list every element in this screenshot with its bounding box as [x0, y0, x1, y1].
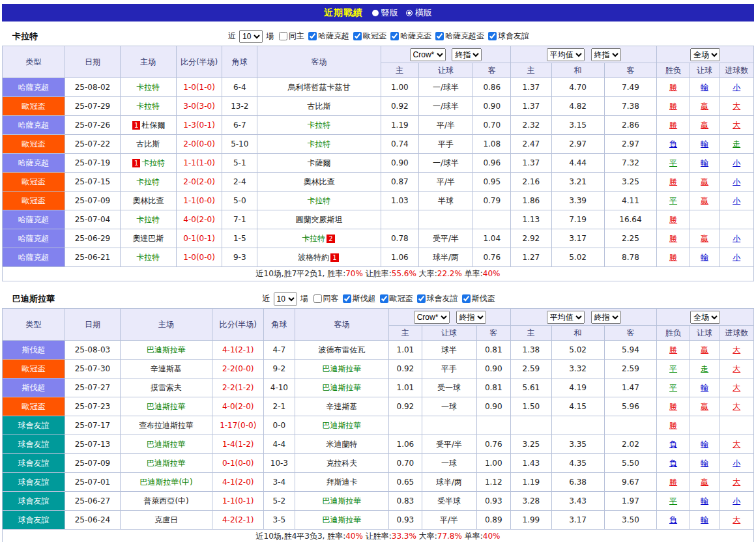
league-filter[interactable]: 哈薩克盃: [390, 31, 431, 42]
result-link[interactable]: 大: [733, 402, 740, 411]
result-link[interactable]: 走: [701, 364, 708, 373]
result-link[interactable]: 小: [733, 234, 740, 243]
result-link[interactable]: 勝: [669, 102, 677, 111]
league-filter[interactable]: 斯伐超: [343, 293, 376, 304]
venue-filter[interactable]: 同主: [279, 31, 304, 42]
result-link[interactable]: 輸: [701, 496, 708, 506]
result-link[interactable]: 平: [669, 364, 677, 373]
league-filter-checkbox[interactable]: [343, 294, 351, 303]
result-link[interactable]: 輸: [701, 139, 708, 149]
result-link[interactable]: 輸: [701, 440, 708, 449]
result-link[interactable]: 大: [733, 345, 740, 354]
league-filter-checkbox[interactable]: [462, 294, 471, 303]
scope-select[interactable]: 全场: [690, 311, 720, 324]
result-link[interactable]: 勝: [669, 478, 677, 487]
result-link[interactable]: 輸: [701, 253, 708, 262]
league-filter[interactable]: 歐冠盃: [380, 293, 413, 304]
result-link[interactable]: 輸: [701, 383, 708, 392]
league-filter[interactable]: 歐冠盃: [353, 31, 386, 42]
layout-radio-horizontal[interactable]: 橫版: [406, 7, 432, 19]
odds-final-select[interactable]: 終指: [452, 48, 482, 61]
result-link[interactable]: 贏: [701, 345, 708, 354]
result-link[interactable]: 贏: [701, 121, 708, 130]
result-link[interactable]: 贏: [701, 402, 708, 411]
result-link[interactable]: 輸: [701, 158, 708, 167]
result-link[interactable]: 贏: [701, 234, 708, 243]
result-link[interactable]: 負: [669, 440, 677, 449]
odds-cell: 0.92: [389, 360, 422, 378]
result-link[interactable]: 勝: [669, 421, 677, 430]
league-filter-checkbox[interactable]: [390, 32, 399, 40]
result-link[interactable]: 小: [733, 196, 740, 205]
venue-filter-checkbox[interactable]: [279, 32, 287, 40]
avg-final-select[interactable]: 終指: [591, 48, 621, 61]
result-link[interactable]: 勝: [669, 177, 677, 186]
venue-filter[interactable]: 同客: [313, 293, 339, 304]
result-link[interactable]: 負: [669, 459, 677, 468]
result-link[interactable]: 大: [733, 440, 740, 449]
avg-final-select[interactable]: 終指: [591, 311, 621, 324]
result-link[interactable]: 小: [733, 177, 740, 186]
result-link[interactable]: 走: [733, 139, 740, 149]
league-filter[interactable]: 球會友誼: [488, 31, 529, 42]
result-link[interactable]: 小: [733, 459, 740, 468]
league-filter[interactable]: 斯伐盃: [462, 293, 495, 304]
result-link[interactable]: 勝: [669, 83, 677, 92]
result-link[interactable]: 勝: [669, 402, 677, 411]
result-link[interactable]: 小: [733, 253, 740, 262]
result-link[interactable]: 勝: [669, 215, 677, 224]
result-link[interactable]: 贏: [701, 196, 708, 205]
league-filter-checkbox[interactable]: [417, 294, 426, 303]
league-filter-checkbox[interactable]: [308, 32, 317, 40]
rounds-select[interactable]: 10: [274, 292, 297, 306]
odds-company-select[interactable]: Crow*: [414, 311, 450, 324]
result-link[interactable]: 小: [733, 83, 740, 92]
avg-select[interactable]: 平均值: [547, 48, 585, 61]
result-link[interactable]: 大: [733, 364, 740, 373]
odds-final-select[interactable]: 終指: [456, 311, 486, 324]
result-link[interactable]: 贏: [701, 177, 708, 186]
league-filter-checkbox[interactable]: [353, 32, 362, 40]
result-link[interactable]: 大: [733, 102, 740, 111]
result-link[interactable]: 輸: [701, 459, 708, 468]
odds-cell: 0.78: [381, 229, 419, 248]
league-filter[interactable]: 球會友誼: [417, 293, 458, 304]
league-filter-checkbox[interactable]: [488, 32, 497, 40]
result-link[interactable]: 大: [733, 478, 740, 487]
result-link[interactable]: 負: [669, 515, 677, 524]
result-link[interactable]: 贏: [701, 102, 708, 111]
result-link[interactable]: 平: [669, 496, 677, 506]
rounds-select[interactable]: 10: [239, 30, 263, 43]
result-link[interactable]: 贏: [701, 478, 708, 487]
result-link[interactable]: 大: [733, 383, 740, 392]
result-link[interactable]: 輸: [701, 83, 708, 92]
result-link[interactable]: 大: [733, 121, 740, 130]
result-link[interactable]: 負: [669, 139, 677, 149]
result-link[interactable]: 勝: [669, 234, 677, 243]
avg-select[interactable]: 平均值: [547, 311, 585, 324]
result-link[interactable]: 平: [669, 158, 677, 167]
result-link[interactable]: 小: [733, 158, 740, 167]
result-link[interactable]: 小: [733, 496, 740, 506]
layout-radio-vertical[interactable]: 豎版: [372, 7, 398, 19]
odds-company-select[interactable]: Crow*: [410, 48, 446, 61]
corner-cell: 10-3: [264, 454, 295, 473]
result-link[interactable]: 輸: [701, 515, 708, 524]
result-link[interactable]: 勝: [669, 253, 677, 262]
league-filter-checkbox[interactable]: [380, 294, 388, 303]
result-cell: 勝: [657, 397, 690, 416]
date-cell: 25-07-09: [65, 192, 120, 210]
league-filter[interactable]: 哈薩克超盃: [435, 31, 484, 42]
team-name: 克盧日: [154, 515, 178, 524]
league-filter[interactable]: 哈薩克超: [308, 31, 349, 42]
result-link[interactable]: 勝: [669, 345, 677, 354]
result-link[interactable]: 平: [669, 383, 677, 392]
result-link[interactable]: 平: [669, 196, 677, 205]
result-link[interactable]: 大: [733, 515, 740, 524]
league-filter-checkbox[interactable]: [435, 32, 444, 40]
scope-select[interactable]: 全场: [690, 48, 720, 61]
result-link[interactable]: 勝: [669, 121, 677, 130]
result-cell: 負: [657, 135, 690, 154]
venue-filter-checkbox[interactable]: [313, 294, 322, 303]
match-row: 球會友誼25-06-24克盧日4-2(2-1)3-5巴迪斯拉華0.93平/半0.…: [3, 511, 754, 530]
